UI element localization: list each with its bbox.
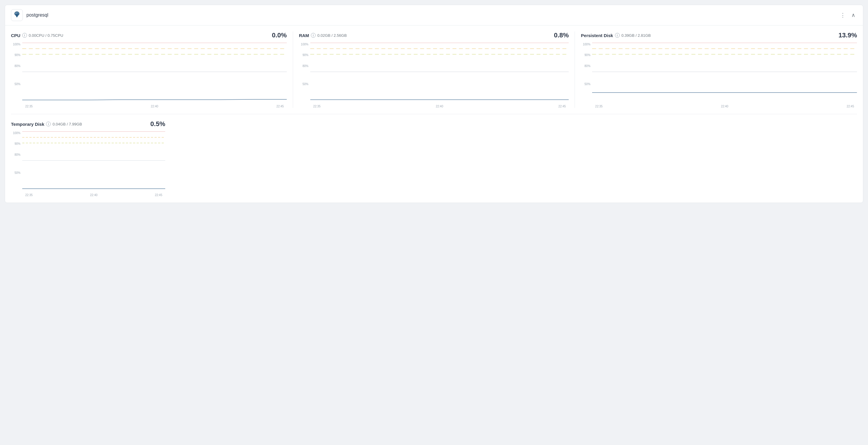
td-y-100: 100% xyxy=(11,131,22,135)
ram-y-50: 50% xyxy=(299,83,310,86)
ram-title-group: RAM i 0.02GB / 2.56GB xyxy=(299,33,347,38)
cpu-title-group: CPU i 0.00CPU / 0.75CPU xyxy=(11,33,63,38)
y-label-80: 80% xyxy=(11,64,22,68)
cpu-current: 0.00CPU xyxy=(29,33,44,38)
td-x-label-3: 22:45 xyxy=(155,193,162,197)
td-x-label-1: 22:35 xyxy=(25,193,33,197)
td-x-label-2: 22:40 xyxy=(90,193,97,197)
pg-logo xyxy=(11,9,23,21)
temporary-disk-svg xyxy=(22,131,165,190)
header-left: postgresql xyxy=(11,9,49,21)
pd-x-label-3: 22:45 xyxy=(847,105,854,108)
temporary-disk-panel: Temporary Disk i 0.04GB / 7.99GB 0.5% 10… xyxy=(11,120,165,197)
temporary-disk-percentage: 0.5% xyxy=(150,120,165,128)
ram-svg xyxy=(310,43,569,101)
cpu-y-labels: 100% 90% 80% 50% xyxy=(11,43,22,101)
cpu-x-label-3: 22:45 xyxy=(277,105,284,108)
td-y-80: 80% xyxy=(11,153,22,156)
cpu-x-label-1: 22:35 xyxy=(25,105,33,108)
ram-x-label-1: 22:35 xyxy=(313,105,321,108)
persistent-disk-panel: Persistent Disk i 0.39GB / 2.81GB 13.9% … xyxy=(575,31,857,108)
cpu-info-icon[interactable]: i xyxy=(22,33,27,38)
temporary-disk-info-icon[interactable]: i xyxy=(46,122,51,126)
ram-y-labels: 100% 90% 80% 50% xyxy=(299,43,310,101)
pd-x-label-2: 22:40 xyxy=(721,105,728,108)
persistent-disk-x-labels: 22:35 22:40 22:45 xyxy=(592,105,857,108)
ram-percentage: 0.8% xyxy=(554,31,569,39)
ram-header: RAM i 0.02GB / 2.56GB 0.8% xyxy=(299,31,569,39)
cpu-chart-area xyxy=(22,43,287,101)
persistent-disk-percentage: 13.9% xyxy=(839,31,857,39)
temporary-disk-title: Temporary Disk xyxy=(11,122,44,127)
ram-current: 0.02GB xyxy=(317,33,331,38)
main-card: postgresql ⋮ ∧ CPU i 0.00CPU / 0.75CP xyxy=(5,5,863,203)
ram-x-label-3: 22:45 xyxy=(558,105,566,108)
header-title: postgresql xyxy=(26,12,49,18)
td-y-50: 50% xyxy=(11,171,22,174)
ram-current-value: 0.02GB / 2.56GB xyxy=(317,33,347,38)
ram-total: 2.56GB xyxy=(334,33,347,38)
pd-y-90: 90% xyxy=(581,54,592,57)
cpu-svg xyxy=(22,43,287,101)
cpu-title: CPU xyxy=(11,33,21,38)
persistent-disk-current: 0.39GB xyxy=(621,33,634,38)
header-actions: ⋮ ∧ xyxy=(838,11,857,20)
cpu-chart: 100% 90% 80% 50% xyxy=(11,43,287,108)
cpu-percentage: 0.0% xyxy=(272,31,287,39)
metrics-section: CPU i 0.00CPU / 0.75CPU 0.0% 100% 90% xyxy=(5,26,863,202)
persistent-disk-title: Persistent Disk xyxy=(581,33,613,38)
ram-y-90: 90% xyxy=(299,54,310,57)
y-label-100: 100% xyxy=(11,43,22,46)
cpu-current-value: 0.00CPU / 0.75CPU xyxy=(29,33,63,38)
pd-x-label-1: 22:35 xyxy=(595,105,602,108)
temporary-disk-chart: 100% 90% 80% 50% xyxy=(11,131,165,197)
persistent-disk-total: 2.81GB xyxy=(638,33,651,38)
temporary-disk-current-value: 0.04GB / 7.99GB xyxy=(53,122,82,126)
persistent-disk-title-group: Persistent Disk i 0.39GB / 2.81GB xyxy=(581,33,651,38)
ram-x-label-2: 22:40 xyxy=(436,105,443,108)
temporary-disk-header: Temporary Disk i 0.04GB / 7.99GB 0.5% xyxy=(11,120,165,128)
ram-chart-area xyxy=(310,43,569,101)
cpu-header: CPU i 0.00CPU / 0.75CPU 0.0% xyxy=(11,31,287,39)
cpu-x-label-2: 22:40 xyxy=(151,105,158,108)
svg-point-3 xyxy=(16,13,17,14)
persistent-disk-chart: 100% 90% 80% 50% xyxy=(581,43,857,108)
ram-chart: 100% 90% 80% 50% xyxy=(299,43,569,108)
persistent-disk-y-labels: 100% 90% 80% 50% xyxy=(581,43,592,101)
more-button[interactable]: ⋮ xyxy=(838,11,847,20)
temporary-disk-chart-area xyxy=(22,131,165,190)
persistent-disk-svg xyxy=(592,43,857,101)
temporary-disk-total: 7.99GB xyxy=(69,122,82,126)
y-label-50: 50% xyxy=(11,83,22,86)
ram-y-100: 100% xyxy=(299,43,310,46)
pd-y-80: 80% xyxy=(581,64,592,68)
ram-title: RAM xyxy=(299,33,309,38)
y-label-90: 90% xyxy=(11,54,22,57)
temporary-disk-current: 0.04GB xyxy=(53,122,66,126)
pd-y-50: 50% xyxy=(581,83,592,86)
temporary-disk-x-labels: 22:35 22:40 22:45 xyxy=(22,193,165,197)
collapse-button[interactable]: ∧ xyxy=(849,11,857,20)
temporary-disk-y-labels: 100% 90% 80% 50% xyxy=(11,131,22,190)
cpu-total: 0.75CPU xyxy=(48,33,63,38)
cpu-panel: CPU i 0.00CPU / 0.75CPU 0.0% 100% 90% xyxy=(11,31,293,108)
ram-x-labels: 22:35 22:40 22:45 xyxy=(310,105,569,108)
temporary-disk-title-group: Temporary Disk i 0.04GB / 7.99GB xyxy=(11,122,82,127)
ram-info-icon[interactable]: i xyxy=(311,33,316,38)
card-header: postgresql ⋮ ∧ xyxy=(5,5,863,26)
ram-y-80: 80% xyxy=(299,64,310,68)
metrics-bottom-grid: Temporary Disk i 0.04GB / 7.99GB 0.5% 10… xyxy=(11,114,857,197)
pd-y-100: 100% xyxy=(581,43,592,46)
ram-panel: RAM i 0.02GB / 2.56GB 0.8% 100% 90% xyxy=(293,31,575,108)
persistent-disk-current-value: 0.39GB / 2.81GB xyxy=(621,33,651,38)
persistent-disk-chart-area xyxy=(592,43,857,101)
cpu-x-labels: 22:35 22:40 22:45 xyxy=(22,105,287,108)
metrics-top-grid: CPU i 0.00CPU / 0.75CPU 0.0% 100% 90% xyxy=(11,31,857,114)
persistent-disk-header: Persistent Disk i 0.39GB / 2.81GB 13.9% xyxy=(581,31,857,39)
persistent-disk-info-icon[interactable]: i xyxy=(615,33,620,38)
td-y-90: 90% xyxy=(11,142,22,146)
